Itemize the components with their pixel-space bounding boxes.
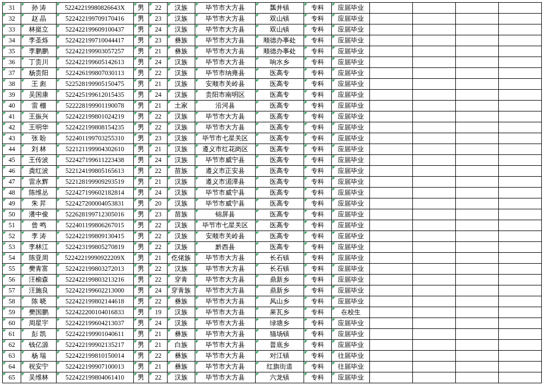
blank-cell [456, 46, 499, 57]
blank-cell [456, 296, 499, 307]
ethnic-cell: 汉族 [168, 177, 195, 188]
status-cell: 应届毕业 [331, 111, 370, 122]
blank-cell [456, 133, 499, 144]
status-cell: 应届毕业 [331, 318, 370, 329]
sex-cell: 男 [133, 35, 149, 46]
age-cell: 23 [149, 35, 167, 46]
blank-cell [370, 24, 413, 35]
sex-cell: 男 [133, 155, 149, 166]
sex-cell: 男 [133, 14, 149, 24]
edu-cell: 专科 [304, 57, 332, 68]
place-cell: 毕节市威宁县 [195, 188, 255, 198]
place-cell: 毕节市大方县 [195, 46, 255, 57]
row-number: 61 [3, 329, 21, 340]
id-cell: 522401199806267015 [57, 220, 134, 231]
edu-cell: 专科 [304, 90, 332, 101]
blank-cell [370, 285, 413, 296]
name-cell: 张 盼 [21, 133, 57, 144]
blank-cell [413, 329, 456, 340]
town-cell: 顺德办事处 [256, 35, 304, 46]
blank-cell [370, 155, 413, 166]
blank-cell [370, 101, 413, 111]
town-cell: 双山镇 [256, 24, 304, 35]
place-cell: 毕节市大方县 [195, 318, 255, 329]
status-cell: 应届毕业 [331, 275, 370, 285]
age-cell: 20 [149, 198, 167, 209]
id-cell: 522628199712305016 [57, 209, 134, 220]
blank-cell [456, 198, 499, 209]
blank-cell [370, 46, 413, 57]
blank-cell [499, 318, 542, 329]
blank-cell [370, 35, 413, 46]
age-cell: 22 [149, 372, 167, 383]
blank-cell [499, 122, 542, 133]
age-cell: 22 [149, 264, 167, 275]
town-cell: 医高专 [256, 68, 304, 79]
town-cell: 顺德办事处 [256, 46, 304, 57]
ethnic-cell: 汉族 [168, 220, 195, 231]
row-number: 36 [3, 57, 21, 68]
id-cell: 522422199810150014 [57, 351, 134, 362]
status-cell: 应届毕业 [331, 3, 370, 14]
table-row: 35李鹏鹏522422199903057257男21彝族毕节市大方县顺德办事处专… [3, 46, 542, 57]
age-cell: 24 [149, 285, 167, 296]
edu-cell: 专科 [304, 79, 332, 90]
sex-cell: 男 [133, 57, 149, 68]
place-cell: 毕节市大方县 [195, 264, 255, 275]
id-cell: 522422199602213000 [57, 285, 134, 296]
table-row: 39吴国康522425199612015435男24汉族贵阳市南明区医高专专科应… [3, 90, 542, 101]
blank-cell [370, 351, 413, 362]
sex-cell: 男 [133, 188, 149, 198]
row-number: 44 [3, 144, 21, 155]
town-cell: 六龙镇 [256, 372, 304, 383]
status-cell: 应届毕业 [331, 24, 370, 35]
blank-cell [370, 177, 413, 188]
status-cell: 往届毕业 [331, 351, 370, 362]
edu-cell: 专科 [304, 307, 332, 318]
blank-cell [456, 90, 499, 101]
table-row: 62钱亿源522422199902135217男21白族毕节市大方县普底乡专科应… [3, 340, 542, 351]
name-cell: 陈 晓 [21, 296, 57, 307]
place-cell: 毕节市大方县 [195, 35, 255, 46]
ethnic-cell: 土家 [168, 101, 195, 111]
edu-cell: 专科 [304, 133, 332, 144]
blank-cell [370, 307, 413, 318]
id-cell: 522422199803213216 [57, 275, 134, 285]
name-cell: 汪榆森 [21, 275, 57, 285]
row-number: 65 [3, 372, 21, 383]
status-cell: 应届毕业 [331, 296, 370, 307]
blank-cell [499, 285, 542, 296]
status-cell: 应届毕业 [331, 155, 370, 166]
place-cell: 毕节市大方县 [195, 362, 255, 372]
edu-cell: 专科 [304, 177, 332, 188]
blank-cell [499, 90, 542, 101]
blank-cell [456, 3, 499, 14]
ethnic-cell: 汉族 [168, 133, 195, 144]
sex-cell: 男 [133, 275, 149, 285]
status-cell: 往届毕业 [331, 362, 370, 372]
edu-cell: 专科 [304, 46, 332, 57]
blank-cell [413, 220, 456, 231]
place-cell: 毕节市大方县 [195, 122, 255, 133]
blank-cell [456, 372, 499, 383]
blank-cell [370, 329, 413, 340]
ethnic-cell: 汉族 [168, 57, 195, 68]
sex-cell: 男 [133, 362, 149, 372]
id-cell: 522423199805270819 [57, 242, 134, 253]
sex-cell: 男 [133, 318, 149, 329]
blank-cell [499, 155, 542, 166]
blank-cell [413, 318, 456, 329]
table-row: 33林挺立522422199609100437男24汉族毕节市大方县双山镇专科应… [3, 24, 542, 35]
row-number: 37 [3, 68, 21, 79]
sex-cell: 男 [133, 122, 149, 133]
table-row: 36丁贵川522422199605142613男24汉族毕节市大方县响水乡专科应… [3, 57, 542, 68]
name-cell: 王传波 [21, 155, 57, 166]
place-cell: 毕节市大方县 [195, 3, 255, 14]
edu-cell: 专科 [304, 220, 332, 231]
row-number: 42 [3, 122, 21, 133]
row-number: 34 [3, 35, 21, 46]
place-cell: 遵义市湄潭县 [195, 177, 255, 188]
blank-cell [370, 209, 413, 220]
place-cell: 毕节市大方县 [195, 372, 255, 383]
blank-cell [456, 209, 499, 220]
